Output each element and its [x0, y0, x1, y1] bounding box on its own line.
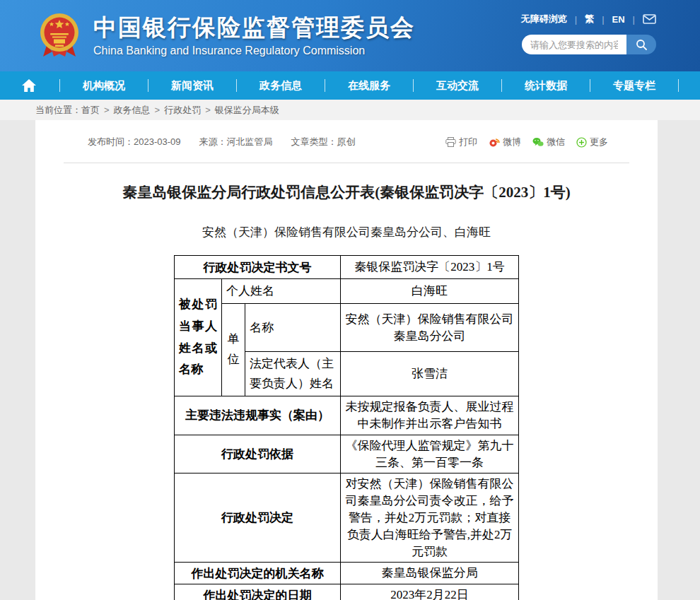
accessibility-link[interactable]: 无障碍浏览	[521, 13, 567, 25]
basis-value: 《保险代理人监管规定》第九十三条、第一百零一条	[341, 435, 519, 473]
nav-separator	[325, 79, 325, 92]
site-header: 中国银行保险监督管理委员会 China Banking and Insuranc…	[0, 0, 700, 71]
breadcrumb-government-info[interactable]: 政务信息	[114, 104, 151, 117]
search-input[interactable]	[522, 35, 626, 54]
english-link[interactable]: EN	[612, 14, 625, 25]
breadcrumb-branch-level[interactable]: 银保监分局本级	[215, 104, 279, 117]
wechat-share-button[interactable]: 微信	[532, 136, 565, 148]
decision-label: 行政处罚决定	[174, 473, 340, 563]
person-name-label: 个人姓名	[221, 279, 340, 304]
search-box	[522, 35, 656, 54]
print-button[interactable]: 打印	[445, 136, 477, 148]
nav-item-interaction[interactable]: 互动交流	[436, 79, 479, 93]
divider	[64, 163, 629, 163]
home-icon	[21, 78, 37, 93]
more-plus-icon	[576, 137, 587, 148]
nav-separator	[59, 79, 60, 92]
nav-separator	[236, 79, 237, 92]
nav-separator	[148, 79, 148, 92]
nav-item-online-services[interactable]: 在线服务	[348, 79, 390, 93]
article-container: 发布时间：2023-03-09 来源：河北监管局 文章类型：原创 打印	[35, 120, 658, 600]
site-title-cn: 中国银行保险监督管理委员会	[93, 14, 415, 41]
breadcrumb-separator: >	[104, 105, 110, 115]
breadcrumb: 当前位置： 首页 > 政务信息 > 行政处罚 > 银保监分局本级	[0, 100, 700, 120]
unit-name-value: 安然（天津）保险销售有限公司 秦皇岛分公司	[341, 304, 519, 352]
main-nav: 机构概况 新闻资讯 政务信息 在线服务 互动交流 统计数据 专题专栏	[0, 71, 700, 100]
doc-no-label: 行政处罚决定书文号	[174, 256, 340, 279]
unit-label: 单 位	[221, 304, 245, 396]
nav-item-statistics[interactable]: 统计数据	[525, 79, 567, 93]
article-meta: 发布时间：2023-03-09 来源：河北监管局 文章类型：原创	[88, 136, 356, 148]
weibo-share-button[interactable]: 微博	[489, 136, 521, 148]
breadcrumb-label: 当前位置：	[35, 104, 81, 117]
publish-time: 发布时间：2023-03-09	[88, 136, 181, 148]
authority-label: 作出处罚决定的机关名称	[174, 563, 340, 584]
party-label: 被处罚 当事人 姓名或 名称	[174, 279, 221, 396]
authority-value: 秦皇岛银保监分局	[341, 563, 519, 584]
site-title-en: China Banking and Insurance Regulatory C…	[93, 45, 415, 57]
legal-rep-value: 张雪洁	[341, 352, 519, 396]
unit-name-label: 名称	[245, 304, 340, 352]
basis-label: 行政处罚依据	[174, 435, 340, 473]
decision-date-label: 作出处罚决定的日期	[174, 584, 340, 600]
nav-separator	[678, 79, 679, 92]
printer-icon	[445, 137, 456, 147]
separator: |	[602, 14, 604, 25]
doc-no-value: 秦银保监罚决字〔2023〕1号	[341, 256, 519, 279]
site-title-block: 中国银行保险监督管理委员会 China Banking and Insuranc…	[93, 14, 415, 58]
page-subtitle: 安然（天津）保险销售有限公司秦皇岛分公司、白海旺	[35, 224, 658, 240]
more-share-button[interactable]: 更多	[576, 136, 608, 148]
national-emblem-logo	[37, 11, 82, 61]
facts-value: 未按规定报备负责人、展业过程中未制作并出示客户告知书	[341, 396, 519, 435]
nav-item-news[interactable]: 新闻资讯	[171, 79, 214, 93]
decision-date-value: 2023年2月22日	[341, 584, 519, 600]
article-type: 文章类型：原创	[291, 136, 356, 148]
legal-rep-label: 法定代表人（主要负责人）姓名	[245, 352, 340, 396]
article-meta-row: 发布时间：2023-03-09 来源：河北监管局 文章类型：原创 打印	[35, 136, 658, 148]
nav-separator	[501, 79, 502, 92]
nav-item-institutions[interactable]: 机构概况	[83, 79, 125, 93]
penalty-table: 行政处罚决定书文号 秦银保监罚决字〔2023〕1号 被处罚 当事人 姓名或 名称…	[174, 255, 519, 600]
nav-separator	[413, 79, 414, 92]
nav-home-item[interactable]	[21, 78, 37, 93]
top-links: 无障碍浏览 | 繁 | EN |	[521, 13, 656, 25]
search-icon	[636, 39, 648, 51]
share-actions: 打印 微博	[445, 136, 608, 148]
decision-value: 对安然（天津）保险销售有限公司秦皇岛分公司责令改正，给予警告，并处2万元罚款；对…	[341, 473, 519, 563]
penalty-table-wrap: 行政处罚决定书文号 秦银保监罚决字〔2023〕1号 被处罚 当事人 姓名或 名称…	[35, 255, 658, 600]
breadcrumb-home[interactable]: 首页	[81, 104, 100, 117]
breadcrumb-separator: >	[155, 105, 161, 115]
separator: |	[633, 14, 635, 25]
breadcrumb-separator: >	[205, 105, 211, 115]
nav-separator	[590, 79, 590, 92]
nav-item-special-topics[interactable]: 专题专栏	[613, 79, 655, 93]
breadcrumb-penalties[interactable]: 行政处罚	[164, 104, 201, 117]
article-source: 来源：河北监管局	[199, 136, 273, 148]
page-title: 秦皇岛银保监分局行政处罚信息公开表(秦银保监罚决字〔2023〕1号)	[35, 182, 658, 202]
facts-label: 主要违法违规事实（案由）	[174, 396, 340, 435]
main-area: 发布时间：2023-03-09 来源：河北监管局 文章类型：原创 打印	[0, 120, 700, 600]
wechat-icon	[532, 137, 544, 147]
traditional-chinese-link[interactable]: 繁	[585, 13, 594, 25]
weibo-icon	[489, 137, 500, 147]
person-name-value: 白海旺	[341, 279, 519, 304]
mail-icon[interactable]	[643, 14, 656, 24]
separator: |	[575, 14, 577, 25]
nav-item-government-info[interactable]: 政务信息	[259, 79, 302, 93]
search-button[interactable]	[626, 35, 656, 54]
